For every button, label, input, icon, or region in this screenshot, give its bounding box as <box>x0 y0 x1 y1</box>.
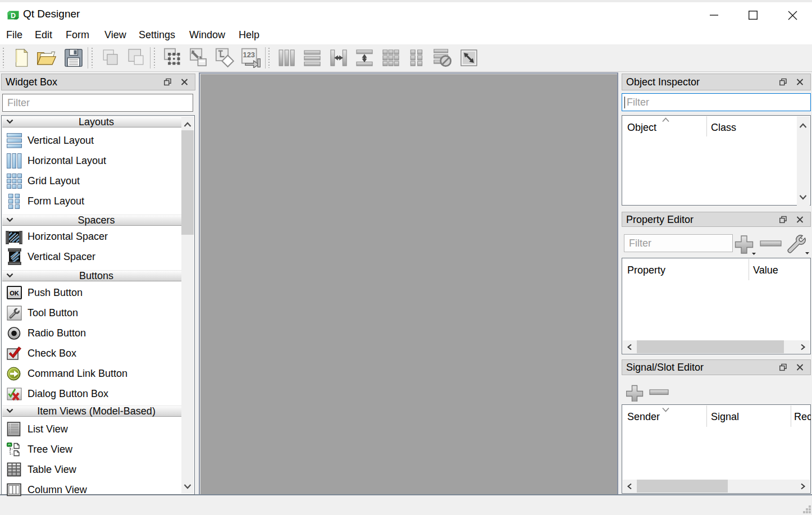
svg-text:OK: OK <box>10 290 19 297</box>
svg-text:D: D <box>11 12 16 20</box>
svg-text:123: 123 <box>243 51 256 59</box>
